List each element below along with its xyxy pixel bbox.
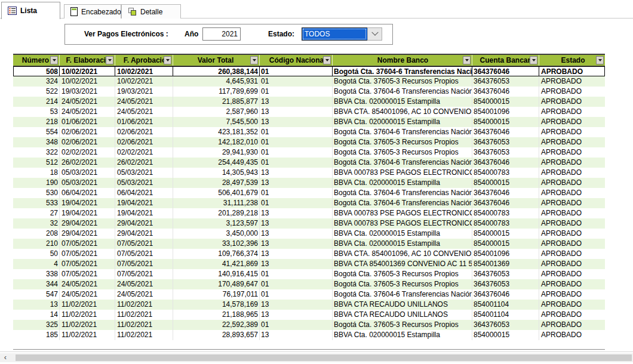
table-row[interactable]: 50 07/05/2021 07/05/2021 109,766,374 13 … (13, 249, 605, 259)
filter-title: Ver Pagos Electrónicos : (84, 30, 168, 38)
table-row[interactable]: 13 11/02/2021 11/02/2021 14,578,169 13 B… (13, 300, 605, 310)
table-row[interactable]: 533 19/04/2021 19/04/2021 31,111,238 01 … (13, 198, 605, 208)
pages-icon (128, 7, 137, 16)
tab-lista-label: Lista (20, 7, 37, 15)
table-row[interactable]: 32 29/04/2021 29/04/2021 3,123,597 13 BB… (13, 218, 605, 229)
filter-dropdown-icon[interactable] (106, 56, 113, 64)
filter-dropdown-icon[interactable] (164, 56, 171, 64)
estado-selected-value: TODOS (302, 27, 367, 41)
estado-select[interactable]: TODOS (302, 27, 382, 41)
tab-strip: Lista Encabezado Detalle (0, 0, 633, 18)
tab-detalle-label: Detalle (140, 8, 162, 16)
filter-dropdown-icon[interactable] (463, 56, 471, 64)
chevron-down-icon (371, 29, 378, 36)
scroll-left-button[interactable]: ‹ (1, 353, 10, 362)
table-body: 508 10/02/2021 10/02/2021 260,388,144 01… (13, 66, 605, 340)
column-header-f-aprobacion[interactable]: F. Aprobació (115, 55, 173, 66)
list-icon (8, 7, 17, 16)
table-row[interactable]: 325 11/02/2021 11/02/2021 22,592,389 01 … (13, 320, 605, 330)
year-label: Año (185, 30, 198, 38)
table-row[interactable]: 547 24/05/2021 24/05/2021 76,197,011 01 … (13, 289, 605, 300)
table-row[interactable]: 530 06/04/2021 06/04/2021 506,401,679 01… (13, 188, 605, 198)
table-row[interactable]: 348 02/06/2021 02/06/2021 142,182,010 01… (13, 137, 605, 147)
table-row[interactable]: 14 11/02/2021 11/02/2021 21,188,965 13 B… (13, 310, 605, 320)
table-row[interactable]: 210 07/05/2021 07/05/2021 33,102,396 13 … (13, 239, 605, 249)
app-window: Lista Encabezado Detalle Ver Pagos Elect… (0, 0, 633, 364)
table-empty-strip (13, 340, 605, 350)
table-row[interactable]: 208 29/04/2021 29/04/2021 3,450,000 13 B… (13, 229, 605, 239)
table-row[interactable]: 344 24/05/2021 24/05/2021 170,489,647 01… (13, 279, 605, 289)
table-row[interactable]: 512 26/02/2021 26/02/2021 254,449,435 01… (13, 158, 605, 168)
table-row[interactable]: 18 05/03/2021 05/03/2021 14,305,943 13 B… (13, 168, 605, 178)
tab-lista[interactable]: Lista (1, 2, 60, 19)
divider (0, 351, 633, 352)
table-row[interactable]: 190 05/03/2021 05/03/2021 28,497,539 13 … (13, 178, 605, 188)
column-header-cuenta-bancaria[interactable]: Cuenta Bancari (472, 55, 539, 66)
filter-dropdown-icon[interactable] (596, 56, 604, 64)
scrollbar-thumb[interactable] (16, 354, 632, 361)
column-header-estado[interactable]: Estado (539, 55, 605, 66)
table-row[interactable]: 322 02/02/2021 02/02/2021 29,941,930 01 … (13, 147, 605, 158)
filter-dropdown-icon[interactable] (50, 56, 58, 64)
table-row[interactable]: 53 24/05/2021 24/05/2021 2,587,960 13 BB… (13, 107, 605, 117)
column-header-f-elaboracion[interactable]: F. Elaboració (60, 55, 115, 66)
column-header-valor-total[interactable]: Valor Total (173, 55, 260, 66)
table-row[interactable]: 508 10/02/2021 10/02/2021 260,388,144 01… (13, 66, 605, 76)
filter-dropdown-icon[interactable] (250, 56, 258, 64)
filter-dropdown-icon[interactable] (323, 56, 331, 64)
tab-encabezado-label: Encabezado (81, 8, 121, 16)
tab-encabezado[interactable]: Encabezado (64, 4, 121, 18)
horizontal-scrollbar[interactable]: ‹ (0, 353, 633, 362)
column-header-numero[interactable]: Número (13, 55, 60, 66)
table-row[interactable]: 554 02/06/2021 02/06/2021 423,181,352 01… (13, 127, 605, 137)
table-row[interactable]: 218 01/06/2021 01/06/2021 7,545,500 13 B… (13, 117, 605, 127)
table-row[interactable]: 522 19/03/2021 19/03/2021 117,789,699 01… (13, 87, 605, 97)
document-icon (70, 7, 78, 16)
table-row[interactable]: 214 24/05/2021 24/05/2021 21,885,877 13 … (13, 97, 605, 107)
table-header: Número F. Elaboració F. Aprobació Valor … (13, 54, 605, 66)
table-row[interactable]: 4 07/05/2021 07/05/2021 41,421,869 13 BB… (13, 259, 605, 269)
column-header-codigo-nacional[interactable]: Código Naciona (260, 55, 333, 66)
payments-table: Número F. Elaboració F. Aprobació Valor … (13, 54, 605, 350)
filter-dropdown-icon[interactable] (530, 56, 537, 64)
estado-label: Estado: (268, 30, 294, 38)
table-row[interactable]: 185 11/02/2021 11/02/2021 28,893,657 13 … (13, 330, 605, 340)
table-row[interactable]: 338 07/05/2021 07/05/2021 140,916,415 01… (13, 269, 605, 279)
table-row[interactable]: 27 19/04/2021 19/04/2021 201,289,218 13 … (13, 208, 605, 218)
tab-detalle[interactable]: Detalle (121, 4, 181, 18)
table-row[interactable]: 324 10/02/2021 10/02/2021 4,645,931 01 B… (13, 76, 605, 87)
column-header-nombre-banco[interactable]: Nombre Banco (333, 55, 472, 66)
year-input[interactable] (202, 27, 241, 41)
estado-dropdown-button[interactable] (367, 27, 382, 41)
filter-panel: Ver Pagos Electrónicos : Año Estado: TOD… (64, 24, 393, 45)
